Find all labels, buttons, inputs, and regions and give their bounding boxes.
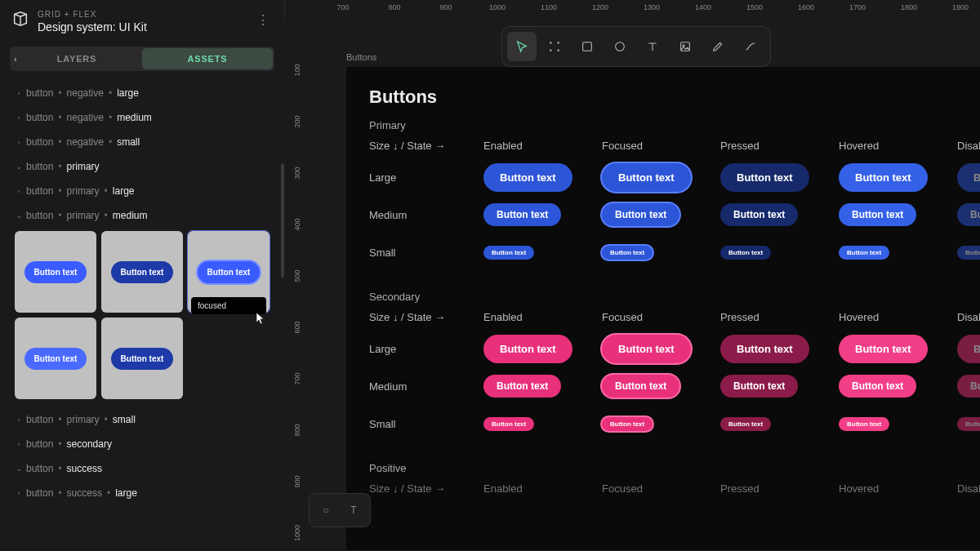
tool-image[interactable] [670,32,700,61]
design-canvas[interactable]: Buttons Buttons Primary Size ↓ / State →… [310,20,980,551]
variant-thumb-focused[interactable]: Button text focused [188,231,270,313]
axis-label: Size ↓ / State → [369,140,483,152]
section-positive: Positive [369,462,980,474]
button-primary-medium-pressed[interactable]: Button text [720,203,798,226]
section-secondary: Secondary [369,291,980,303]
button-secondary-medium-hovered[interactable]: Button text [839,375,916,398]
tree-item[interactable]: ›button•success•large [0,481,284,505]
chevron-right-icon: › [15,114,23,122]
chevron-right-icon: › [15,441,23,448]
tree-item[interactable]: ›button•secondary [0,432,284,456]
button-primary-large-focused[interactable]: Button text [602,163,691,192]
button-secondary-large-pressed[interactable]: Button text [720,335,809,363]
button-primary-medium-disabled[interactable]: Button text [957,203,980,226]
variant-thumbnails: Button text Button text Button text focu… [0,228,284,407]
variant-thumb-enabled[interactable]: Button text [15,231,96,313]
button-secondary-small-hovered[interactable]: Button text [839,417,889,431]
svg-rect-2 [681,42,690,51]
tree-item[interactable]: ⌄button•primary [0,154,284,179]
button-secondary-medium-disabled[interactable]: Button text [957,375,980,398]
axis-label: Size ↓ / State → [369,482,483,495]
tree-item[interactable]: ›button•primary•large [0,179,284,203]
button-secondary-medium-pressed[interactable]: Button text [720,375,798,398]
button-primary-small-focused[interactable]: Button text [602,246,653,260]
project-title: Design system: UI Kit [38,20,245,33]
frame-title: Buttons [369,87,980,108]
variant-tooltip: focused [191,297,266,314]
sidebar: GRID + FLEX Design system: UI Kit ⋮ ‹ LA… [0,0,284,551]
tool-pen[interactable] [736,32,765,61]
tree-item[interactable]: ›button•primary•small [0,407,284,432]
ellipse-icon: ○ [323,504,328,516]
project-subtitle: GRID + FLEX [38,10,245,19]
button-primary-medium-enabled[interactable]: Button text [483,203,561,226]
button-primary-medium-hovered[interactable]: Button text [839,203,916,226]
button-secondary-small-enabled[interactable]: Button text [483,417,534,431]
button-secondary-large-hovered[interactable]: Button text [839,335,928,363]
tool-frame[interactable] [540,32,569,61]
tab-layers[interactable]: LAYERS [11,48,142,69]
tree-item[interactable]: ⌄button•success [0,456,284,481]
button-primary-small-enabled[interactable]: Button text [483,246,534,260]
asset-tree: ›button•negative•large ›button•negative•… [0,78,284,547]
tree-item[interactable]: ›button•negative•large [0,81,284,105]
chevron-down-icon: ⌄ [15,465,23,473]
frame-label[interactable]: Buttons [346,52,376,62]
chevron-right-icon: › [15,139,23,146]
chevron-down-icon: ⌄ [15,212,23,220]
button-secondary-medium-enabled[interactable]: Button text [483,375,561,398]
variant-thumb-disabled[interactable]: Button text [101,318,183,399]
button-primary-small-pressed[interactable]: Button text [720,246,771,260]
button-primary-large-pressed[interactable]: Button text [720,163,809,192]
mini-tool-text[interactable]: T [341,497,367,523]
button-primary-medium-focused[interactable]: Button text [602,203,679,226]
button-primary-large-hovered[interactable]: Button text [839,163,928,192]
tab-assets[interactable]: ASSETS [142,48,273,69]
button-primary-large-disabled[interactable]: Button text [957,163,980,192]
chevron-right-icon: › [15,188,23,195]
project-header: GRID + FLEX Design system: UI Kit ⋮ [0,0,284,40]
section-primary: Primary [369,119,980,131]
chevron-right-icon: › [15,90,23,97]
tree-item[interactable]: ⌄button•primary•medium [0,203,284,228]
tool-pointer[interactable] [507,32,537,61]
mini-tool-ellipse[interactable]: ○ [313,497,339,523]
svg-point-3 [683,45,684,47]
chevron-down-icon: ⌄ [15,163,23,171]
button-secondary-large-disabled[interactable]: Button text [957,335,980,363]
mini-toolbar: ○ T [309,493,371,527]
button-secondary-large-focused[interactable]: Button text [602,335,691,363]
sidebar-tabs: ‹ LAYERS ASSETS [10,47,274,71]
tabs-back-icon[interactable]: ‹ [8,51,23,66]
tool-text[interactable] [638,32,667,61]
svg-point-1 [616,42,625,51]
tool-ellipse[interactable] [605,32,635,61]
button-primary-large-enabled[interactable]: Button text [483,163,572,192]
tool-rectangle[interactable] [572,32,602,61]
canvas-toolbar [501,26,771,67]
svg-rect-0 [583,42,592,51]
button-secondary-medium-focused[interactable]: Button text [602,375,679,398]
variant-thumb-hovered[interactable]: Button text [15,318,96,399]
project-more-button[interactable]: ⋮ [253,10,273,29]
project-logo-icon [11,10,29,28]
ruler-horizontal: 700 800 900 1000 1100 1200 1300 1400 150… [310,0,980,20]
chevron-right-icon: › [15,416,23,424]
button-primary-small-disabled[interactable]: Button text [957,246,980,260]
button-secondary-small-disabled[interactable]: Button text [957,417,980,431]
text-icon: T [350,504,356,516]
tool-pencil[interactable] [703,32,733,61]
ruler-vertical: 100 200 300 400 500 600 700 800 900 1000 [284,20,310,551]
button-primary-small-hovered[interactable]: Button text [839,246,889,260]
button-secondary-small-focused[interactable]: Button text [602,417,653,431]
chevron-right-icon: › [15,490,23,497]
variant-thumb-pressed[interactable]: Button text [101,231,183,313]
button-secondary-small-pressed[interactable]: Button text [720,417,771,431]
frame-buttons[interactable]: Buttons Primary Size ↓ / State → Enabled… [346,67,980,550]
tree-item[interactable]: ›button•negative•small [0,130,284,154]
axis-label: Size ↓ / State → [369,311,483,323]
button-secondary-large-enabled[interactable]: Button text [483,335,572,363]
tree-item[interactable]: ›button•negative•medium [0,105,284,130]
